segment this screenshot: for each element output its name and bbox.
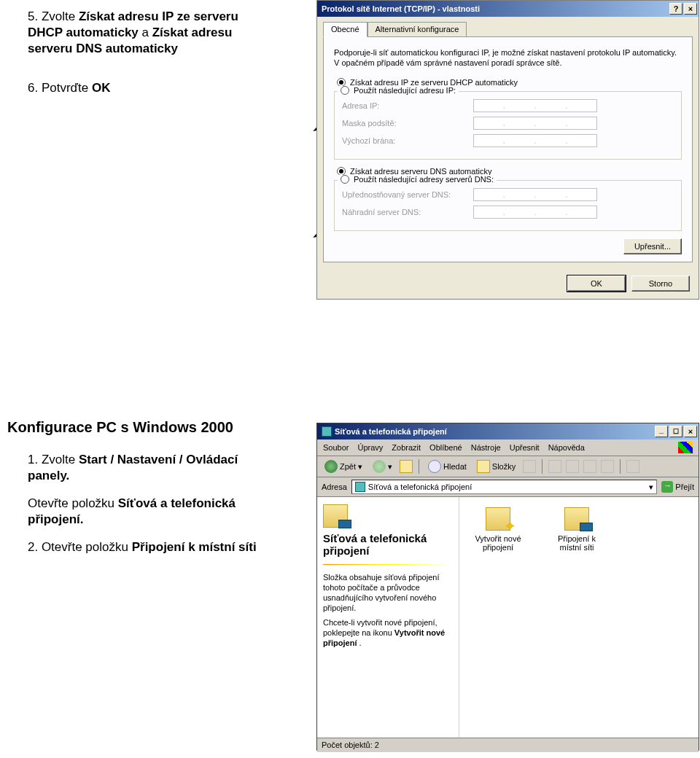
back-button[interactable]: Zpět ▾ — [322, 458, 365, 474]
menu-fav[interactable]: Oblíbené — [429, 443, 462, 452]
icon-area: Vytvořit nové připojení Připojení k míst… — [459, 497, 699, 738]
text: 2. Otevřte položku — [28, 540, 132, 554]
bold: OK — [92, 81, 111, 95]
toolbar-button[interactable] — [566, 460, 579, 473]
history-button[interactable] — [523, 460, 536, 473]
ok-button[interactable]: OK — [567, 276, 626, 292]
static-ip-group: Použít následující adresu IP: Adresa IP:… — [334, 91, 682, 160]
tab-general[interactable]: Obecné — [323, 22, 368, 37]
label: Složky — [492, 462, 516, 471]
menu-edit[interactable]: Úpravy — [357, 443, 383, 452]
mask-input[interactable]: ... — [473, 117, 597, 130]
address-input[interactable]: Síťová a telefonická připojení ▾ — [351, 480, 657, 494]
folders-button[interactable]: Složky — [474, 458, 518, 474]
mask-row: Maska podsítě: ... — [342, 117, 674, 130]
lan-connection-icon — [564, 507, 589, 531]
side-p1: Složka obsahuje síťová připojení tohoto … — [323, 572, 453, 613]
side-panel: Síťová a telefonická připojení Složka ob… — [317, 497, 459, 738]
text: 1. Zvolte — [28, 453, 79, 466]
side-p2: Chcete-li vytvořit nové připojení, pokle… — [323, 617, 453, 648]
pref-dns-input[interactable]: ... — [473, 188, 597, 201]
close-button[interactable]: × — [684, 426, 697, 437]
advanced-button[interactable]: Upřesnit... — [623, 238, 682, 254]
radio-static-ip[interactable]: Použít následující adresu IP: — [338, 86, 459, 95]
toolbar: Zpět ▾ ▾ Hledat Složky — [317, 456, 699, 477]
windows-logo-icon — [678, 442, 693, 453]
menu-view[interactable]: Zobrazit — [392, 443, 421, 452]
pref-dns-row: Upřednostňovaný server DNS: ... — [342, 188, 674, 201]
status-bar: Počet objektů: 2 — [317, 738, 699, 752]
separator — [542, 459, 542, 474]
label: Přejít — [675, 482, 694, 491]
minimize-button[interactable] — [655, 426, 668, 437]
status-text: Počet objektů: 2 — [322, 741, 379, 749]
gateway-input[interactable]: ... — [473, 134, 597, 147]
help-button[interactable]: ? — [669, 3, 682, 15]
dialog-title: Protokol sítě Internet (TCP/IP) - vlastn… — [322, 4, 480, 13]
step-5: 5. Zvolte Získat adresu IP ze serveru DH… — [28, 9, 276, 57]
cancel-button[interactable]: Storno — [631, 276, 690, 292]
chevron-down-icon: ▾ — [358, 462, 362, 472]
tab-strip: Obecné Alternativní konfigurace — [323, 21, 693, 36]
content-area: Síťová a telefonická připojení Složka ob… — [317, 497, 699, 738]
toolbar-button[interactable] — [548, 460, 561, 473]
search-button[interactable]: Hledat — [425, 458, 470, 474]
bold: Připojení k místní síti — [132, 540, 257, 554]
label: Hledat — [443, 462, 467, 471]
menu-bar: Soubor Úpravy Zobrazit Oblíbené Nástroje… — [317, 439, 699, 456]
address-label: Adresa — [322, 482, 347, 491]
menu-adv[interactable]: Upřesnit — [510, 443, 540, 452]
close-button[interactable]: × — [684, 3, 697, 15]
menu-file[interactable]: Soubor — [323, 443, 349, 452]
chevron-down-icon[interactable]: ▾ — [649, 482, 653, 492]
separator — [419, 459, 419, 474]
radio-label: Použít následující adresy serverů DNS: — [354, 175, 494, 184]
step-1b: 1. Zvolte Start / Nastavení / Ovládací p… — [28, 452, 276, 484]
new-connection-item[interactable]: Vytvořit nové připojení — [465, 507, 531, 552]
folders-icon — [477, 460, 490, 473]
forward-button[interactable]: ▾ — [370, 458, 395, 474]
search-icon — [428, 460, 441, 473]
address-value: Síťová a telefonická připojení — [368, 482, 472, 491]
menu-tools[interactable]: Nástroje — [471, 443, 501, 452]
static-dns-group: Použít následující adresy serverů DNS: U… — [334, 180, 682, 231]
go-icon — [661, 481, 673, 493]
up-button[interactable] — [400, 460, 413, 473]
text: Otevřte položku — [28, 496, 118, 510]
radio-dns-static[interactable]: Použít následující adresy serverů DNS: — [338, 175, 497, 184]
views-button[interactable] — [626, 460, 639, 473]
dialog-titlebar[interactable]: Protokol sítě Internet (TCP/IP) - vlastn… — [317, 1, 699, 17]
radio-label: Použít následující adresu IP: — [354, 86, 456, 95]
go-button[interactable]: Přejít — [661, 481, 694, 493]
toolbar-button[interactable] — [583, 460, 596, 473]
label-line1: Připojení k — [544, 534, 610, 543]
tab-alt-config[interactable]: Alternativní konfigurace — [368, 22, 467, 37]
network-folder-icon — [323, 504, 348, 528]
separator — [620, 459, 621, 474]
window-icon — [322, 426, 332, 437]
alt-dns-row: Náhradní server DNS: ... — [342, 206, 674, 219]
address-bar: Adresa Síťová a telefonická připojení ▾ … — [317, 477, 699, 497]
side-title: Síťová a telefonická připojení — [323, 532, 453, 557]
chevron-down-icon: ▾ — [388, 462, 392, 472]
radio-icon — [341, 175, 349, 184]
window-titlebar[interactable]: Síťová a telefonická připojení × — [317, 423, 699, 439]
back-icon — [324, 460, 338, 473]
label: Zpět — [340, 462, 356, 471]
maximize-button[interactable] — [669, 426, 682, 437]
step-2b: 2. Otevřte položku Připojení k místní sí… — [28, 539, 276, 555]
ip-row: Adresa IP: ... — [342, 99, 674, 112]
tab-panel: Podporuje-li síť automatickou konfigurac… — [323, 36, 693, 262]
lan-connection-item[interactable]: Připojení k místní síti — [544, 507, 610, 552]
menu-help[interactable]: Nápověda — [548, 443, 585, 452]
toolbar-button[interactable] — [601, 460, 614, 473]
forward-icon — [373, 460, 386, 473]
ip-input[interactable]: ... — [473, 99, 597, 112]
text: 5. Zvolte — [28, 9, 79, 23]
label-line2: místní síti — [544, 543, 610, 552]
text: a — [142, 26, 152, 39]
tcpip-properties-dialog: Protokol sítě Internet (TCP/IP) - vlastn… — [316, 0, 699, 300]
heading-win2000: Konfigurace PC s Windows 2000 — [7, 419, 314, 435]
label-line2: připojení — [465, 543, 531, 552]
alt-dns-input[interactable]: ... — [473, 206, 597, 219]
